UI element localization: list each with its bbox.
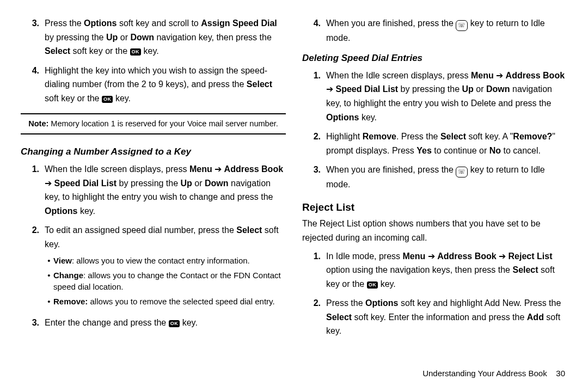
ok-key-icon: OK <box>169 320 180 327</box>
step-text: When you are finished, press the ☏ key t… <box>326 163 567 192</box>
ok-key-icon: OK <box>130 48 142 56</box>
reject-intro: The Reject List option shows numbers tha… <box>302 217 567 244</box>
step-number: 1. <box>302 249 326 291</box>
step-text: To edit an assigned speed dial number, p… <box>45 223 286 310</box>
note-box: Note: Memory location 1 is reserved for … <box>21 113 286 134</box>
step-number: 1. <box>21 162 45 218</box>
footer-page-number: 30 <box>556 369 565 378</box>
heading-reject-list: Reject List <box>302 199 567 216</box>
list-item: •Remove: allows you to remove the select… <box>45 296 286 307</box>
list-item: •View: allows you to view the contact en… <box>45 255 286 266</box>
steps-finish-1: 4. When you are finished, press the ☏ ke… <box>302 16 567 45</box>
page-body: 3. Press the Options soft key and scroll… <box>0 0 588 365</box>
step-text: When the Idle screen displays, press Men… <box>45 162 286 218</box>
step-number: 1. <box>302 69 326 124</box>
step-text: In Idle mode, press Menu ➔ Address Book … <box>326 249 567 291</box>
steps-assign: 3. Press the Options soft key and scroll… <box>21 16 286 106</box>
right-column: 4. When you are finished, press the ☏ ke… <box>302 16 567 365</box>
step-number: 4. <box>21 64 45 106</box>
step-text: When the Idle screen displays, press Men… <box>326 69 567 124</box>
list-item: 1. In Idle mode, press Menu ➔ Address Bo… <box>302 249 567 291</box>
list-item: 4. When you are finished, press the ☏ ke… <box>302 16 567 45</box>
step-text: Highlight the key into which you wish to… <box>45 64 286 106</box>
step-number: 3. <box>21 316 45 330</box>
step-number: 2. <box>21 223 45 310</box>
page-footer: Understanding Your Address Book 30 <box>0 367 588 380</box>
step-number: 3. <box>302 163 326 192</box>
subheading-changing: Changing a Number Assigned to a Key <box>21 144 286 159</box>
bullet-list: •View: allows you to view the contact en… <box>45 255 286 307</box>
step-number: 2. <box>302 130 326 157</box>
list-item: •Change: allows you to change the Contac… <box>45 270 286 292</box>
step-text: Press the Options soft key and scroll to… <box>45 16 286 58</box>
steps-changing: 1. When the Idle screen displays, press … <box>21 162 286 329</box>
list-item: 4. Highlight the key into which you wish… <box>21 64 286 106</box>
end-key-icon: ☏ <box>456 20 468 31</box>
steps-reject: 1. In Idle mode, press Menu ➔ Address Bo… <box>302 249 567 339</box>
step-number: 3. <box>21 16 45 58</box>
list-item: 3. Press the Options soft key and scroll… <box>21 16 286 58</box>
ok-key-icon: OK <box>102 96 113 103</box>
list-item: 2. Highlight Remove. Press the Select so… <box>302 130 567 157</box>
list-item: 3. When you are finished, press the ☏ ke… <box>302 163 567 192</box>
step-text: Highlight Remove. Press the Select soft … <box>326 130 567 157</box>
list-item: 1. When the Idle screen displays, press … <box>21 162 286 218</box>
step-text: Enter the change and press the OK key. <box>45 316 286 330</box>
footer-section: Understanding Your Address Book <box>422 369 547 378</box>
steps-deleting: 1. When the Idle screen displays, press … <box>302 69 567 192</box>
list-item: 2. To edit an assigned speed dial number… <box>21 223 286 310</box>
list-item: 1. When the Idle screen displays, press … <box>302 69 567 124</box>
left-column: 3. Press the Options soft key and scroll… <box>21 16 286 365</box>
end-key-icon: ☏ <box>456 167 468 177</box>
ok-key-icon: OK <box>367 281 378 289</box>
step-number: 4. <box>302 16 326 45</box>
step-number: 2. <box>302 296 326 338</box>
step-text: When you are finished, press the ☏ key t… <box>326 16 567 45</box>
subheading-deleting: Deleting Speed Dial Entries <box>302 51 567 65</box>
step-text: Press the Options soft key and highlight… <box>326 296 567 338</box>
list-item: 2. Press the Options soft key and highli… <box>302 296 567 338</box>
list-item: 3. Enter the change and press the OK key… <box>21 316 286 330</box>
